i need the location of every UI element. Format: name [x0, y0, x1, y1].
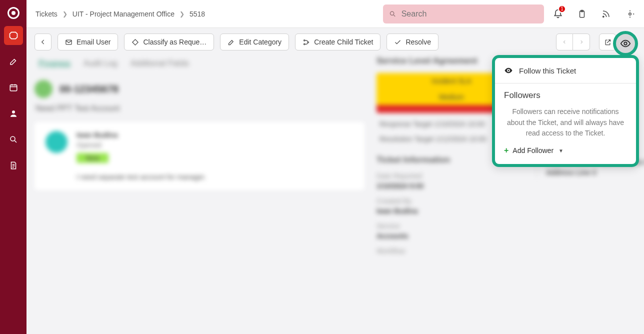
next-ticket-button[interactable] — [573, 34, 590, 50]
svg-point-9 — [304, 40, 306, 41]
ticket-info-title: Ticket Information — [376, 155, 450, 165]
nav-calendar[interactable] — [4, 78, 23, 97]
chevron-right-icon: ❯ — [180, 10, 184, 18]
tab-additional-fields[interactable]: Additional Fields — [130, 59, 189, 68]
entry-author: Iwan Budina — [76, 131, 206, 139]
notification-badge: 1 — [558, 5, 566, 13]
branch-icon — [302, 38, 310, 46]
svg-point-2 — [10, 136, 15, 141]
resolve-label: Resolve — [406, 38, 431, 46]
chevron-right-icon: ❯ — [62, 10, 68, 18]
nav-compose[interactable] — [4, 52, 23, 71]
pencil-icon — [228, 38, 235, 46]
feed-button[interactable] — [596, 4, 616, 24]
breadcrumb-root[interactable]: Tickets — [36, 10, 58, 18]
left-rail — [0, 0, 26, 334]
service-value: Accounts — [376, 232, 526, 240]
service-label: Service — [376, 222, 526, 230]
eye-icon — [620, 38, 631, 49]
svg-point-7 — [629, 12, 632, 15]
nav-tickets[interactable] — [4, 26, 23, 45]
clipboard-icon — [578, 10, 586, 18]
chevron-right-icon — [579, 40, 584, 44]
edit-category-button[interactable]: Edit Category — [220, 34, 289, 50]
svg-rect-0 — [10, 85, 17, 91]
requester-avatar — [34, 80, 52, 98]
date-reported-value: 1/10/2024 9:00 — [376, 182, 526, 190]
follow-ticket-label: Follow this Ticket — [519, 66, 576, 75]
resolve-button[interactable]: Resolve — [386, 34, 438, 50]
svg-point-6 — [603, 16, 604, 17]
follow-ticket-row[interactable]: Follow this Ticket — [495, 58, 636, 84]
ticket-toolbar: Email User Classify as Reque… Edit Categ… — [26, 28, 644, 56]
caret-down-icon: ▼ — [558, 148, 564, 154]
timeline-entry: Iwan Budina Opened New I need separate t… — [34, 122, 364, 190]
svg-point-11 — [308, 42, 309, 43]
arrow-left-icon — [40, 38, 46, 46]
rss-icon — [602, 10, 610, 18]
settings-button[interactable] — [620, 4, 640, 24]
create-child-label: Create Child Ticket — [314, 38, 373, 46]
tab-progress[interactable]: Progress — [38, 59, 70, 68]
nav-ticket-pager — [556, 34, 590, 50]
gear-partial-icon — [626, 10, 634, 18]
svg-point-12 — [624, 42, 627, 45]
followers-popover: Follow this Ticket Followers Followers c… — [492, 55, 639, 167]
breadcrumb-group[interactable]: UIT - Project Management Office — [72, 10, 174, 18]
tag-icon — [132, 38, 139, 46]
entry-status: Opened — [76, 141, 206, 149]
created-by-label: Created By — [376, 197, 526, 205]
workflow-label: Workflow — [376, 247, 526, 255]
clipboard-button[interactable] — [572, 4, 592, 24]
edit-category-label: Edit Category — [239, 38, 282, 46]
envelope-icon — [65, 38, 72, 46]
back-button[interactable] — [34, 34, 52, 50]
classify-request-button[interactable]: Classify as Reque… — [124, 34, 214, 50]
followers-description: Followers can receive notifications abou… — [504, 106, 627, 139]
email-user-button[interactable]: Email User — [58, 34, 118, 50]
check-icon — [394, 38, 402, 46]
nav-documents[interactable] — [4, 156, 23, 175]
classify-label: Classify as Reque… — [143, 38, 206, 46]
email-user-label: Email User — [76, 38, 110, 46]
external-link-icon — [604, 38, 612, 46]
breadcrumb: Tickets ❯ UIT - Project Management Offic… — [36, 10, 205, 18]
entry-body: I need separate test account for manager… — [76, 173, 206, 181]
notifications-button[interactable]: 1 — [548, 4, 568, 24]
global-search[interactable] — [383, 4, 544, 24]
chevron-left-icon — [562, 40, 567, 44]
tab-audit-log[interactable]: Audit Log — [84, 59, 118, 68]
svg-point-10 — [304, 44, 306, 45]
followers-title: Followers — [504, 90, 627, 100]
top-header: Tickets ❯ UIT - Project Management Offic… — [26, 0, 644, 28]
breadcrumb-id[interactable]: 5518 — [190, 10, 205, 18]
plus-icon: + — [504, 146, 508, 155]
svg-point-3 — [390, 12, 394, 15]
watch-ticket-button[interactable] — [613, 31, 638, 56]
app-logo-icon — [8, 7, 20, 19]
search-icon — [389, 10, 396, 18]
create-child-ticket-button[interactable]: Create Child Ticket — [295, 34, 380, 50]
date-reported-label: Date Reported — [376, 172, 526, 180]
svg-point-1 — [12, 110, 15, 114]
ticket-subject: Need PPT Test Account — [36, 104, 364, 113]
svg-point-13 — [508, 70, 510, 72]
nav-search[interactable] — [4, 130, 23, 149]
search-input[interactable] — [402, 10, 538, 18]
prev-ticket-button[interactable] — [556, 34, 573, 50]
nav-users[interactable] — [4, 104, 23, 123]
created-by-value: Iwan Budina — [376, 207, 526, 215]
add-follower-label: Add Follower — [512, 146, 554, 154]
add-follower-button[interactable]: + Add Follower ▼ — [504, 146, 627, 155]
status-badge: New — [76, 153, 108, 163]
ticket-id: 00-12345678 — [60, 84, 118, 95]
eye-icon — [504, 66, 513, 75]
entry-avatar — [46, 131, 68, 153]
